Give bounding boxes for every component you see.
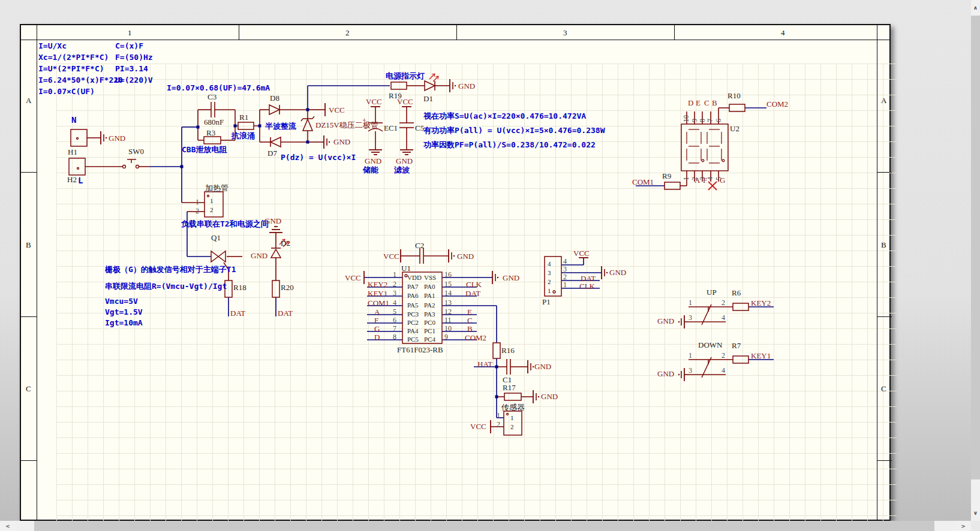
row-label: A — [26, 96, 31, 105]
row-label: A — [881, 96, 886, 105]
row-tick — [21, 316, 37, 317]
row-tick — [21, 172, 37, 173]
vertical-scroll-thumb[interactable] — [971, 16, 980, 479]
border-line — [21, 40, 889, 40]
vertical-scrollbar[interactable]: ∧ ∨ — [971, 0, 980, 521]
border-line — [37, 25, 37, 520]
border-line — [877, 25, 877, 520]
row-label: C — [881, 384, 886, 394]
scroll-right-button[interactable]: > — [955, 521, 971, 531]
column-label: 2 — [345, 28, 350, 38]
schematic-sheet: 1 2 3 4 A B C A B C — [20, 24, 891, 521]
row-label: B — [881, 240, 886, 250]
scroll-down-button[interactable]: ∨ — [971, 505, 980, 521]
column-label: 1 — [128, 28, 132, 38]
drawing-area — [56, 64, 897, 531]
row-tick — [877, 316, 892, 317]
horizontal-scrollbar[interactable]: < > — [0, 521, 971, 531]
scroll-left-button[interactable]: < — [0, 521, 16, 531]
scrollbar-corner — [971, 521, 980, 531]
column-label: 3 — [563, 28, 567, 38]
row-tick — [877, 460, 892, 461]
schematic-editor-canvas: 1 2 3 4 A B C A B C I=U/XcC=(x)FXc=1/(2*… — [0, 0, 980, 531]
column-tick — [456, 25, 457, 40]
row-label: C — [26, 384, 31, 394]
column-label: 4 — [781, 28, 785, 38]
row-label: B — [26, 240, 31, 250]
scroll-up-button[interactable]: ∧ — [971, 0, 980, 16]
column-tick — [674, 25, 675, 40]
column-tick — [239, 25, 239, 40]
row-tick — [21, 460, 37, 461]
row-tick — [877, 172, 892, 173]
horizontal-scroll-thumb[interactable] — [34, 521, 934, 531]
